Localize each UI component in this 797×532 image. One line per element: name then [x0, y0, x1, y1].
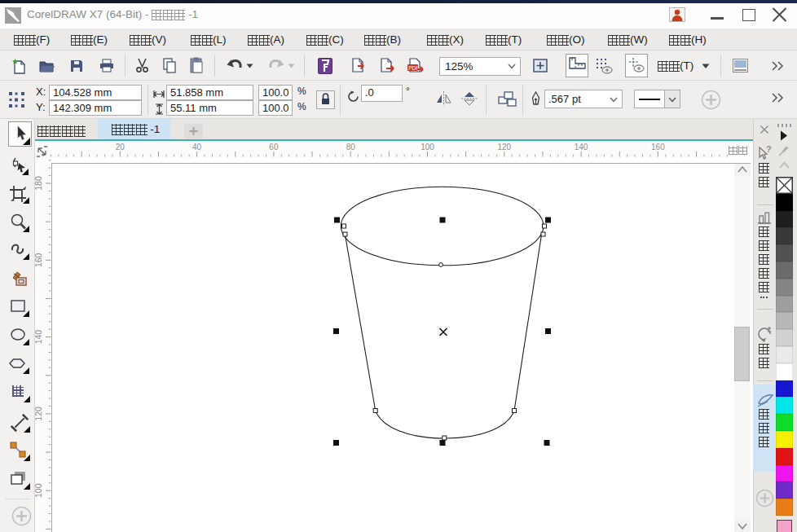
svg-text:80: 80 [346, 143, 356, 152]
svg-text:160: 160 [35, 253, 43, 267]
svg-text:PDF: PDF [408, 65, 419, 71]
svg-text:140: 140 [575, 143, 588, 152]
svg-text:100: 100 [421, 143, 434, 152]
svg-text:120: 120 [35, 407, 43, 421]
svg-text:120: 120 [497, 143, 511, 152]
svg-text:100: 100 [35, 483, 43, 498]
svg-text:180: 180 [35, 176, 43, 191]
svg-text:140: 140 [35, 330, 43, 345]
svg-text:40: 40 [192, 143, 202, 152]
svg-text:60: 60 [269, 143, 279, 152]
svg-text:20: 20 [116, 143, 125, 152]
svg-text:160: 160 [651, 143, 665, 152]
svg-text:?: ? [766, 145, 772, 154]
